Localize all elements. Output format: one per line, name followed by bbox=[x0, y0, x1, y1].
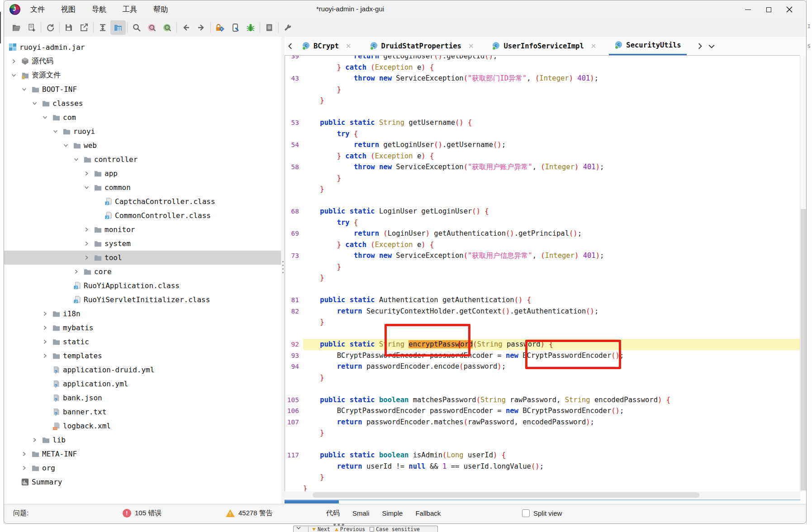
tree-item-mybatis[interactable]: mybatis bbox=[4, 321, 281, 335]
chevron-right-icon[interactable] bbox=[73, 269, 79, 275]
chevron-right-icon[interactable] bbox=[21, 451, 27, 457]
tree-item-templates[interactable]: templates bbox=[4, 349, 281, 363]
tree-item-ruoyi[interactable]: ruoyi bbox=[4, 124, 281, 138]
chevron-right-icon[interactable] bbox=[42, 353, 48, 359]
tab-SecurityUtils[interactable]: cSecurityUtils bbox=[609, 37, 686, 56]
code-line[interactable]: } bbox=[285, 372, 800, 384]
tree-item-BOOT-INF[interactable]: BOOT-INF bbox=[4, 82, 281, 96]
view-tab-Simple[interactable]: Simple bbox=[382, 509, 403, 517]
tree-item-com[interactable]: com bbox=[4, 110, 281, 124]
tree-item-lib[interactable]: lib bbox=[4, 433, 281, 447]
view-tab-Smali[interactable]: Smali bbox=[352, 509, 370, 517]
code-line-92[interactable]: 92 public static String encryptPassword(… bbox=[285, 339, 800, 350]
code-line-94[interactable]: 94 return passwordEncoder.encode(passwor… bbox=[285, 361, 800, 372]
menu-item-2[interactable]: 视图 bbox=[58, 3, 78, 16]
chevron-down-icon[interactable] bbox=[52, 128, 58, 135]
code-line[interactable]: } bbox=[285, 317, 800, 328]
code-line[interactable]: } bbox=[285, 173, 800, 184]
flatten-packages-icon[interactable] bbox=[95, 20, 110, 35]
vertical-scrollbar[interactable] bbox=[800, 55, 807, 491]
horizontal-scrollbar-thumb[interactable] bbox=[313, 492, 699, 498]
menu-item-3[interactable]: 导航 bbox=[89, 3, 109, 16]
maximize-button[interactable] bbox=[758, 2, 779, 17]
code-line-93[interactable]: 93 BCryptPasswordEncoder passwordEncoder… bbox=[285, 350, 800, 361]
add-files-icon[interactable] bbox=[24, 20, 39, 35]
chevron-down-icon[interactable] bbox=[62, 142, 69, 149]
chevron-right-icon[interactable] bbox=[21, 465, 27, 471]
code-line-105[interactable]: 105 public static boolean matchesPasswor… bbox=[285, 394, 800, 406]
chevron-right-icon[interactable] bbox=[83, 171, 90, 177]
case-sensitive-checkbox[interactable] bbox=[370, 527, 374, 532]
code-line-117[interactable]: 117 public static boolean isAdmin(Long u… bbox=[285, 450, 800, 461]
tree-item-controller[interactable]: controller bbox=[4, 152, 281, 166]
tree-item-tool[interactable]: tool bbox=[4, 251, 281, 265]
tree-item-static[interactable]: static bbox=[4, 335, 281, 349]
code-line-107[interactable]: 107 return passwordEncoder.matches(rawPa… bbox=[285, 417, 800, 428]
show-packages-icon[interactable] bbox=[110, 20, 126, 35]
split-view-control[interactable]: Split view bbox=[522, 504, 562, 522]
panel-splitter[interactable] bbox=[281, 37, 285, 504]
tree-item-system[interactable]: system bbox=[4, 237, 281, 251]
tree-item-Summary[interactable]: Summary bbox=[4, 475, 281, 489]
close-button[interactable] bbox=[779, 2, 800, 17]
find-next-button[interactable]: Next bbox=[312, 526, 330, 532]
chevron-right-icon[interactable] bbox=[42, 325, 48, 331]
export-icon[interactable] bbox=[76, 20, 92, 35]
tree-item-_[interactable]: 资源文件 bbox=[4, 68, 281, 82]
code-line[interactable]: } catch (Exception e) { bbox=[285, 151, 800, 162]
code-line[interactable]: } bbox=[285, 84, 800, 95]
code-line-73[interactable]: 73 throw new ServiceException("获取用户信息异常"… bbox=[285, 250, 800, 261]
code-line[interactable]: } bbox=[285, 95, 800, 106]
code-line-54[interactable]: 54 return getLoginUser().getUsername(); bbox=[285, 139, 800, 151]
menu-item-4[interactable]: 工具 bbox=[120, 3, 140, 16]
tree-item-bank.json[interactable]: ?bank.json bbox=[4, 391, 281, 405]
tab-BCrypt[interactable]: cBCrypt✕ bbox=[296, 38, 357, 55]
chevron-down-icon[interactable] bbox=[31, 100, 38, 107]
code-line[interactable] bbox=[285, 328, 800, 339]
chevron-right-icon[interactable] bbox=[83, 227, 90, 233]
tab-UserInfoServiceImpl[interactable]: cUserInfoServiceImpl✕ bbox=[486, 38, 602, 55]
code-line[interactable] bbox=[285, 284, 800, 295]
chevron-down-icon[interactable] bbox=[83, 185, 90, 191]
view-tab-代码[interactable]: 代码 bbox=[326, 509, 340, 518]
find-previous-button[interactable]: Previous bbox=[335, 526, 365, 532]
tree-item-monitor[interactable]: monitor bbox=[4, 223, 281, 237]
code-line[interactable] bbox=[285, 106, 800, 118]
tree-item-META-INF[interactable]: META-INF bbox=[4, 447, 281, 461]
tree-item-classes[interactable]: classes bbox=[4, 96, 281, 110]
tree-item-logback.xml[interactable]: <>logback.xml bbox=[4, 419, 281, 433]
code-line[interactable]: try { bbox=[285, 217, 800, 228]
code-line-39[interactable]: 39 return getLoginUser().getDeptId(); bbox=[285, 55, 800, 62]
chevron-right-icon[interactable] bbox=[42, 311, 48, 317]
tree-item-RuoYiServletInitializer.class[interactable]: JRuoYiServletInitializer.class bbox=[4, 293, 281, 307]
adb-device-icon[interactable] bbox=[228, 20, 243, 35]
horizontal-scrollbar[interactable] bbox=[285, 491, 800, 499]
nav-back-icon[interactable] bbox=[178, 20, 194, 35]
split-view-checkbox[interactable] bbox=[522, 509, 530, 517]
reload-icon[interactable] bbox=[43, 20, 58, 35]
tree-item-CaptchaController.class[interactable]: JCaptchaController.class bbox=[4, 195, 281, 209]
search-text-icon[interactable] bbox=[129, 20, 144, 35]
code-line[interactable]: } catch (Exception e) { bbox=[285, 239, 800, 251]
preferences-icon[interactable] bbox=[280, 20, 295, 35]
search-usage-icon[interactable] bbox=[160, 20, 175, 35]
chevron-right-icon[interactable] bbox=[83, 241, 90, 247]
debug-icon[interactable] bbox=[243, 20, 258, 35]
open-file-icon[interactable] bbox=[9, 20, 24, 35]
tabs-scroll-right-icon[interactable] bbox=[694, 43, 706, 49]
chevron-down-icon[interactable] bbox=[21, 86, 27, 93]
code-line-81[interactable]: 81 public static Authentication getAuthe… bbox=[285, 294, 800, 306]
tree-item-web[interactable]: web bbox=[4, 138, 281, 152]
tab-close-icon[interactable]: ✕ bbox=[468, 42, 474, 50]
menu-item-5[interactable]: 帮助 bbox=[151, 3, 171, 16]
minimize-button[interactable] bbox=[737, 2, 758, 17]
code-line[interactable]: } bbox=[285, 261, 800, 273]
chevron-right-icon[interactable] bbox=[83, 255, 90, 261]
code-line[interactable]: } bbox=[285, 272, 800, 284]
code-line[interactable] bbox=[285, 195, 800, 206]
save-all-icon[interactable] bbox=[61, 20, 76, 35]
tree-item-i18n[interactable]: i18n bbox=[4, 307, 281, 321]
tree-item-ruoyi-admin.jar[interactable]: ruoyi-admin.jar bbox=[4, 40, 281, 54]
chevron-right-icon[interactable] bbox=[31, 437, 38, 443]
deobfuscation-icon[interactable] bbox=[212, 20, 228, 35]
